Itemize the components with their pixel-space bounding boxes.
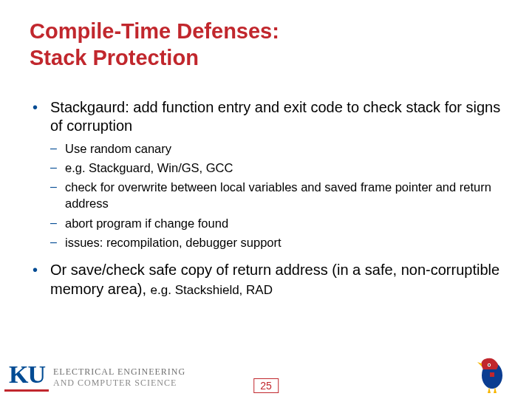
- sub-1-3: check for overwrite between local variab…: [50, 179, 502, 212]
- bullet-2: Or save/check safe copy of return addres…: [30, 261, 502, 299]
- svg-point-2: [488, 364, 490, 366]
- ku-underline: [4, 389, 49, 392]
- bullet-2-text: Or save/check safe copy of return addres…: [50, 262, 499, 297]
- department-label: ELECTRICAL ENGINEERING AND COMPUTER SCIE…: [53, 366, 185, 389]
- sub-1-5: issues: recompilation, debugger support: [50, 234, 502, 250]
- slide: Compile-Time Defenses: Stack Protection …: [0, 0, 532, 399]
- bullet-list: Stackgaurd: add function entry and exit …: [30, 98, 502, 299]
- sub-1-1: Use random canary: [50, 140, 502, 157]
- title-line-1: Compile-Time Defenses:: [30, 19, 279, 43]
- bullet-1-text: Stackgaurd: add function entry and exit …: [50, 99, 500, 134]
- jayhawk-icon: [474, 355, 510, 393]
- sub-1-2: e.g. Stackguard, Win/GS, GCC: [50, 160, 502, 176]
- sub-list-1: Use random canary e.g. Stackguard, Win/G…: [50, 140, 502, 251]
- dept-line-2: AND COMPUTER SCIENCE: [53, 378, 185, 389]
- page-number: 25: [253, 378, 279, 393]
- bullet-1: Stackgaurd: add function entry and exit …: [30, 98, 502, 251]
- sub-1-4: abort program if change found: [50, 215, 502, 231]
- svg-rect-3: [490, 372, 494, 377]
- bullet-2-tail: e.g. Stackshield, RAD: [151, 283, 273, 297]
- slide-title: Compile-Time Defenses: Stack Protection: [30, 18, 502, 72]
- title-line-2: Stack Protection: [30, 46, 199, 69]
- ku-text: KU: [9, 361, 45, 389]
- ku-logo: KU: [4, 358, 47, 393]
- footer: KU ELECTRICAL ENGINEERING AND COMPUTER S…: [0, 347, 532, 399]
- dept-line-1: ELECTRICAL ENGINEERING: [53, 366, 185, 378]
